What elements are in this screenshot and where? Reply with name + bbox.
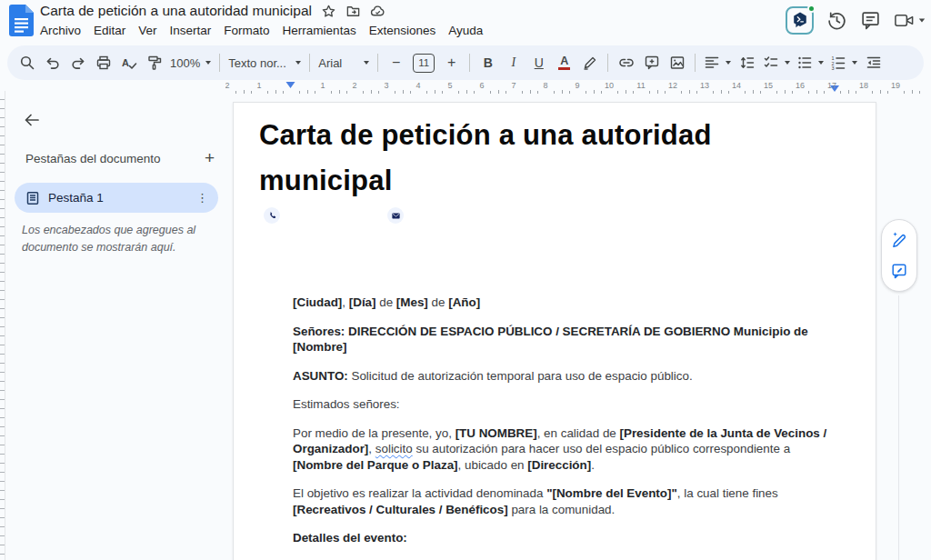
italic-button[interactable]: I	[501, 51, 526, 75]
back-arrow-button[interactable]	[19, 107, 45, 133]
document-tab-icon	[25, 191, 40, 205]
ruler-number: 2	[225, 81, 230, 90]
chevron-down-icon	[364, 61, 369, 65]
chevron-down-icon	[726, 61, 731, 65]
contact-bar: (212) 256-1414 sucorreo@gmail.com	[249, 201, 876, 230]
email-chip: sucorreo@gmail.com	[387, 207, 515, 224]
ruler-number: 8	[543, 81, 547, 90]
add-comment-button[interactable]	[639, 51, 664, 75]
ruler-number: 10	[605, 81, 614, 90]
zoom-select[interactable]: 100%	[167, 51, 214, 75]
menu-extensiones[interactable]: Extensiones	[363, 22, 443, 39]
ruler-number: 6	[479, 81, 484, 90]
ruler-number: 13	[700, 81, 709, 90]
quick-actions-pill	[881, 219, 917, 292]
cloud-status-icon[interactable]	[370, 4, 385, 19]
chevron-down-icon	[852, 61, 857, 65]
paragraph: ASUNTO: Solicitud de autorización tempor…	[293, 368, 838, 385]
chevron-down-icon	[205, 61, 211, 65]
numbered-list-button[interactable]: 123	[827, 51, 860, 75]
spell-check-button[interactable]: A	[116, 51, 141, 75]
text-color-button[interactable]: A	[552, 51, 576, 75]
ruler-number: 18	[859, 81, 868, 90]
insert-link-button[interactable]	[614, 51, 638, 75]
underline-button[interactable]: U	[526, 51, 551, 75]
ruler-number: 7	[511, 81, 516, 90]
email-icon	[387, 207, 404, 224]
ruler-number: 11	[636, 81, 645, 90]
chevron-down-icon	[919, 18, 925, 22]
decrease-indent-button[interactable]	[861, 51, 886, 75]
paragraph: Estimados señores:	[293, 396, 838, 413]
bulleted-list-button[interactable]	[794, 51, 826, 75]
insert-image-button[interactable]	[665, 51, 689, 75]
checklist-button[interactable]	[760, 51, 793, 75]
document-title[interactable]: Carta de petición a una autoridad munici…	[40, 3, 312, 19]
font-size-input[interactable]: 11	[413, 54, 435, 73]
gemini-button[interactable]	[786, 6, 814, 35]
sidebar-item-tab1[interactable]: Pestaña 1 ⋮	[15, 183, 218, 213]
letter-body[interactable]: [Ciudad], [Día] de [Mes] de [Año]Señores…	[293, 295, 838, 559]
menu-ayuda[interactable]: Ayuda	[442, 22, 489, 39]
menu-formato[interactable]: Formato	[217, 22, 275, 39]
ruler-number: 17	[827, 81, 836, 90]
app-header: Carta de petición a una autoridad munici…	[0, 0, 931, 42]
menu-archivo[interactable]: Archivo	[34, 22, 87, 39]
google-docs-icon[interactable]	[9, 5, 34, 36]
paragraph: [Ciudad], [Día] de [Mes] de [Año]	[293, 295, 838, 311]
highlight-color-button[interactable]	[577, 51, 602, 75]
help-me-write-button[interactable]	[888, 229, 910, 251]
star-icon[interactable]	[321, 4, 336, 19]
font-size-decrease-button[interactable]: −	[384, 51, 408, 75]
paint-format-button[interactable]	[142, 51, 166, 75]
menu-insertar[interactable]: Insertar	[164, 22, 218, 39]
font-select[interactable]: Arial	[315, 51, 372, 75]
ruler-number: 5	[447, 81, 452, 90]
ruler-number: 1	[320, 81, 325, 90]
search-menus-button[interactable]	[15, 51, 39, 75]
paragraph: Señores: DIRECCIÓN DE ESPACIO PÚBLICO / …	[293, 324, 838, 355]
email-address: sucorreo@gmail.com	[411, 209, 515, 222]
paragraph: Por medio de la presente, yo, [TU NOMBRE…	[293, 425, 838, 474]
tab-label: Pestaña 1	[48, 191, 188, 205]
phone-chip: (212) 256-1414	[264, 207, 362, 224]
move-folder-icon[interactable]	[345, 4, 361, 19]
chevron-down-icon	[295, 61, 301, 65]
styles-select[interactable]: Texto nor...	[225, 51, 304, 75]
left-indent-marker[interactable]	[286, 82, 296, 88]
add-tab-button[interactable]: +	[205, 151, 215, 165]
svg-text:3: 3	[832, 65, 835, 71]
line-spacing-button[interactable]	[735, 51, 759, 75]
tab-options-button[interactable]: ⋮	[196, 195, 207, 200]
ruler-number: 4	[415, 81, 420, 90]
tabs-panel-title: Pestañas del documento	[25, 152, 161, 165]
align-button[interactable]	[701, 51, 734, 75]
paragraph: Detalles del evento:	[293, 530, 838, 546]
svg-text:A: A	[122, 57, 129, 68]
color-swatch	[558, 67, 570, 71]
menu-herramientas[interactable]: Herramientas	[276, 22, 363, 39]
paragraph: El objetivo es realizar la actividad den…	[293, 485, 838, 517]
panel-divider	[898, 295, 899, 560]
print-button[interactable]	[91, 51, 115, 75]
ruler-number: 2	[352, 81, 356, 90]
document-page[interactable]: Carta de petición a una autoridad munici…	[233, 102, 876, 560]
image-suggestion-button[interactable]	[888, 260, 910, 282]
version-history-icon[interactable]	[826, 10, 847, 31]
menu-ver[interactable]: Ver	[132, 22, 163, 39]
gemini-icon	[791, 11, 809, 29]
font-size-increase-button[interactable]: +	[439, 51, 464, 75]
undo-button[interactable]	[40, 51, 65, 75]
menu-bar: ArchivoEditarVerInsertarFormatoHerramien…	[34, 22, 489, 39]
ruler-number: 1	[256, 81, 261, 90]
comments-icon[interactable]	[860, 10, 881, 31]
redo-button[interactable]	[65, 51, 90, 75]
chevron-down-icon	[785, 61, 790, 65]
horizontal-ruler[interactable]: 2112345678910111213141516171819	[225, 80, 931, 96]
ruler-number: 16	[796, 81, 805, 90]
document-tabs-sidebar: Pestañas del documento + Pestaña 1 ⋮ Los…	[6, 91, 225, 560]
meet-button[interactable]	[894, 10, 926, 31]
bold-button[interactable]: B	[476, 51, 500, 75]
menu-editar[interactable]: Editar	[87, 22, 132, 39]
ruler-number: 19	[891, 81, 900, 90]
